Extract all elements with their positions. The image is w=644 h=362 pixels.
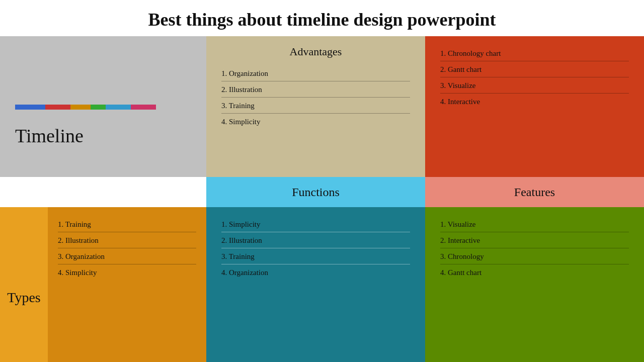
functions-header-cell: Functions <box>206 177 425 207</box>
list-item: 2. Illustration <box>221 81 410 98</box>
functions-content-cell: 1. Simplicity 2. Illustration 3. Trainin… <box>206 207 425 362</box>
list-item: 2. Interactive <box>440 232 629 248</box>
green-list-cell: 1. Visualize 2. Interactive 3. Chronolog… <box>425 207 644 362</box>
right-top-list: 1. Chronology chart 2. Gantt chart 3. Vi… <box>440 45 629 109</box>
list-item: 4. Gantt chart <box>440 264 629 280</box>
list-item: 4. Interactive <box>440 94 629 109</box>
list-item: 3. Training <box>221 248 410 264</box>
right-bottom-cell: 1. Visualize 2. Interactive 3. Chronolog… <box>425 207 644 362</box>
list-item: 2. Illustration <box>58 232 196 248</box>
list-item: 3. Organization <box>58 248 196 264</box>
list-item: 2. Gantt chart <box>440 61 629 77</box>
list-item: 2. Illustration <box>221 232 410 248</box>
features-cell: Features <box>425 177 644 207</box>
functions-header-label: Functions <box>292 186 340 199</box>
types-content: 1. Training 2. Illustration 3. Organizat… <box>48 207 206 362</box>
list-item: 3. Visualize <box>440 77 629 94</box>
advantages-title: Advantages <box>221 45 410 58</box>
main-grid: Timeline Advantages 1. Organization 2. I… <box>0 36 644 353</box>
functions-list: 1. Simplicity 2. Illustration 3. Trainin… <box>221 216 410 280</box>
list-item: 1. Visualize <box>440 216 629 232</box>
color-bar <box>15 105 156 110</box>
timeline-cell: Timeline <box>0 36 206 177</box>
green-list: 1. Visualize 2. Interactive 3. Chronolog… <box>440 216 629 280</box>
right-top-cell: 1. Chronology chart 2. Gantt chart 3. Vi… <box>425 36 644 177</box>
list-item: 1. Chronology chart <box>440 45 629 61</box>
list-item: 1. Organization <box>221 65 410 81</box>
list-item: 1. Simplicity <box>221 216 410 232</box>
list-item: 1. Training <box>58 216 196 232</box>
advantages-list: 1. Organization 2. Illustration 3. Train… <box>221 65 410 129</box>
list-item: 3. Training <box>221 98 410 114</box>
list-item: 4. Simplicity <box>221 114 410 129</box>
advantages-cell: Advantages 1. Organization 2. Illustrati… <box>206 36 425 177</box>
types-outer-cell: Types 1. Training 2. Illustration 3. Org… <box>0 207 206 362</box>
types-label-col: Types <box>0 207 48 362</box>
list-item: 3. Chronology <box>440 248 629 264</box>
features-label: Features <box>514 186 555 199</box>
timeline-label: Timeline <box>15 125 206 147</box>
types-list: 1. Training 2. Illustration 3. Organizat… <box>58 216 196 280</box>
page-title: Best things about timeline design powerp… <box>0 0 644 36</box>
list-item: 4. Organization <box>221 264 410 280</box>
list-item: 4. Simplicity <box>58 264 196 280</box>
types-label: Types <box>7 290 40 306</box>
